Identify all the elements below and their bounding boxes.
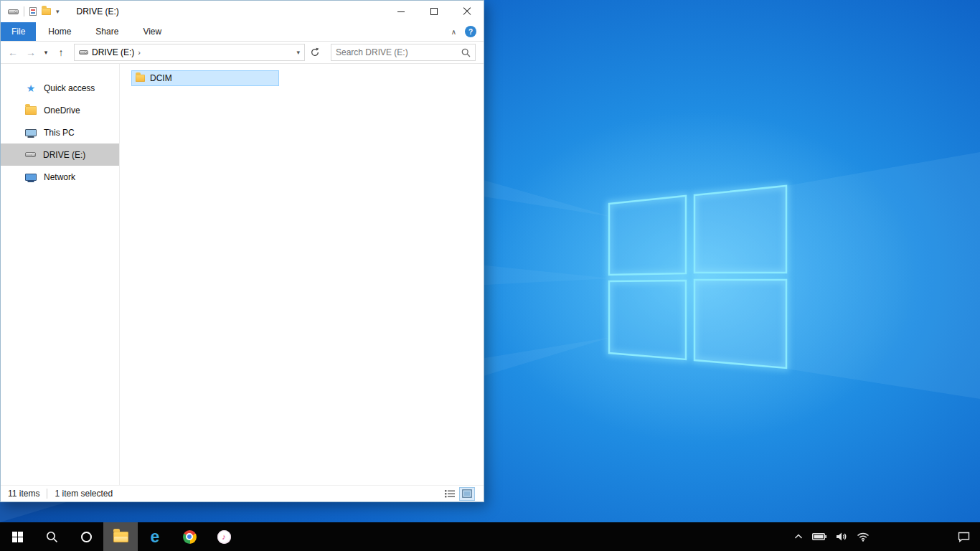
address-dropdown-icon[interactable]: ▾ (296, 49, 300, 56)
file-item-label: DCIM (150, 73, 172, 83)
status-separator (47, 489, 47, 499)
quick-access-toolbar: ▾ (1, 6, 60, 17)
recent-locations-chevron-icon[interactable]: ▾ (41, 50, 51, 56)
forward-button[interactable]: → (23, 47, 39, 57)
collapse-ribbon-icon[interactable]: ∧ (451, 28, 456, 36)
details-view-button[interactable] (442, 487, 458, 501)
address-bar[interactable]: DRIVE (E:) › ▾ (74, 44, 305, 61)
search-box (331, 44, 476, 61)
refresh-icon (310, 47, 320, 57)
status-selection-count: 1 item selected (55, 489, 113, 499)
chevron-up-icon (794, 534, 803, 540)
ribbon-tab-strip: File Home Share View ∧ ? (1, 22, 484, 42)
folder-icon (25, 106, 37, 115)
star-icon: ★ (25, 83, 37, 93)
sidebar-item-this-pc[interactable]: This PC (1, 121, 119, 143)
back-button[interactable]: ← (5, 47, 21, 57)
show-hidden-icons-button[interactable] (794, 534, 803, 540)
volume-tray-button[interactable] (836, 532, 847, 542)
system-tray (794, 522, 870, 551)
taskbar-itunes-button[interactable]: ♪ (207, 522, 241, 551)
tab-file[interactable]: File (1, 22, 36, 41)
sidebar-item-onedrive[interactable]: OneDrive (1, 99, 119, 121)
file-explorer-icon (113, 532, 128, 542)
qat-new-folder-icon[interactable] (42, 8, 51, 15)
up-button[interactable]: ↑ (53, 47, 69, 57)
sidebar-item-label: Network (44, 172, 75, 182)
maximize-button[interactable] (418, 1, 451, 22)
qat-separator (24, 6, 24, 17)
sidebar-item-label: Quick access (44, 83, 95, 93)
window-body: ★ Quick access OneDrive This PC DRIVE (E… (1, 64, 484, 485)
wifi-icon (857, 532, 870, 542)
sidebar-item-quick-access[interactable]: ★ Quick access (1, 77, 119, 99)
itunes-icon: ♪ (217, 530, 231, 544)
taskbar-chrome-button[interactable] (172, 522, 207, 551)
battery-tray-button[interactable] (812, 532, 826, 541)
titlebar: ▾ DRIVE (E:) (1, 1, 484, 22)
network-tray-button[interactable] (857, 532, 870, 542)
navigation-bar: ← → ▾ ↑ DRIVE (E:) › ▾ (1, 42, 484, 64)
sidebar-item-label: This PC (44, 128, 75, 138)
start-button[interactable] (0, 522, 34, 551)
qat-customize-chevron-icon[interactable]: ▾ (56, 9, 60, 15)
windows-logo-icon (12, 532, 23, 542)
chrome-icon (183, 530, 197, 544)
window-controls (385, 1, 484, 22)
cortana-button[interactable] (69, 522, 103, 551)
large-icons-view-icon (462, 489, 472, 498)
internet-explorer-icon: e (151, 529, 160, 545)
drive-icon (25, 152, 36, 157)
qat-properties-icon[interactable] (29, 7, 37, 16)
taskbar-file-explorer-button[interactable] (103, 522, 138, 551)
file-item-dcim[interactable]: DCIM (131, 70, 279, 86)
ribbon-right-controls: ∧ ? (451, 22, 484, 41)
window-drive-icon (8, 9, 19, 14)
search-input[interactable] (336, 47, 458, 57)
network-icon (25, 174, 37, 181)
sidebar-item-label: OneDrive (44, 105, 80, 116)
battery-icon (812, 532, 826, 541)
status-item-count: 11 items (8, 489, 39, 499)
tab-home[interactable]: Home (36, 22, 83, 41)
large-icons-view-button[interactable] (459, 487, 475, 501)
breadcrumb-chevron-icon[interactable]: › (138, 48, 141, 57)
search-icon (46, 531, 58, 543)
minimize-icon (397, 11, 405, 12)
screen: ▾ DRIVE (E:) File Home Share View ∧ ? ← … (0, 0, 980, 551)
sidebar-item-label: DRIVE (E:) (43, 150, 85, 160)
taskbar: e ♪ (0, 522, 980, 551)
maximize-icon (430, 8, 438, 15)
file-explorer-window: ▾ DRIVE (E:) File Home Share View ∧ ? ← … (0, 0, 484, 502)
help-button[interactable]: ? (465, 26, 476, 37)
window-title: DRIVE (E:) (77, 6, 119, 17)
file-list-pane[interactable]: DCIM (120, 64, 484, 485)
action-center-button[interactable] (947, 522, 980, 551)
details-view-icon (445, 489, 455, 498)
action-center-icon (958, 532, 970, 542)
sidebar-item-network[interactable]: Network (1, 166, 119, 188)
close-button[interactable] (451, 1, 484, 22)
speaker-icon (836, 532, 847, 542)
search-icon[interactable] (461, 48, 471, 57)
breadcrumb-drive-icon (79, 50, 88, 55)
taskbar-internet-explorer-button[interactable]: e (138, 522, 172, 551)
taskbar-search-button[interactable] (34, 522, 69, 551)
refresh-button[interactable] (307, 47, 323, 57)
breadcrumb-segment[interactable]: DRIVE (E:) (92, 47, 134, 57)
close-icon (463, 7, 471, 16)
tab-view[interactable]: View (131, 22, 174, 41)
folder-icon (136, 75, 145, 82)
computer-icon (25, 129, 37, 136)
tab-share[interactable]: Share (83, 22, 131, 41)
status-bar: 11 items 1 item selected (1, 485, 484, 501)
minimize-button[interactable] (385, 1, 418, 22)
cortana-icon (81, 532, 92, 542)
view-toggle-buttons (442, 487, 475, 501)
navigation-pane: ★ Quick access OneDrive This PC DRIVE (E… (1, 64, 120, 485)
sidebar-item-drive-e[interactable]: DRIVE (E:) (1, 143, 119, 166)
